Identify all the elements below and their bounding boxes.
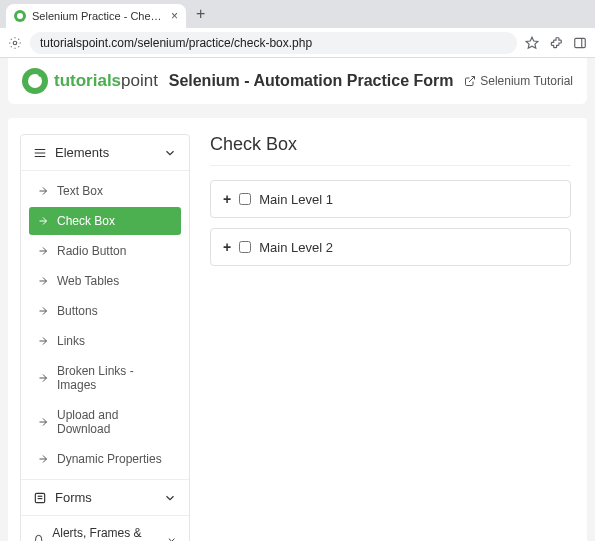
panel-icon[interactable] [573,36,587,50]
sidebar-item-label: Buttons [57,304,98,318]
checkbox-main-level-1[interactable] [239,193,251,205]
chevron-down-icon [163,146,177,160]
tutorial-link[interactable]: Selenium Tutorial [464,74,573,88]
sidebar-section-alerts[interactable]: Alerts, Frames & Windows [21,516,189,541]
tree-item-label: Main Level 2 [259,240,333,255]
checkbox-main-level-2[interactable] [239,241,251,253]
arrow-right-icon [37,245,49,257]
sidebar-item-dynamic-properties[interactable]: Dynamic Properties [29,445,181,473]
extensions-icon[interactable] [549,36,563,50]
sidebar-item-text-box[interactable]: Text Box [29,177,181,205]
sidebar-item-links[interactable]: Links [29,327,181,355]
arrow-right-icon [37,372,49,384]
site-info-icon[interactable] [8,36,22,50]
elements-menu: Text Box Check Box Radio Button Web Tabl… [21,171,189,479]
svg-point-0 [13,41,17,45]
menu-icon [33,146,47,160]
chevron-down-icon [163,491,177,505]
sidebar-item-web-tables[interactable]: Web Tables [29,267,181,295]
arrow-right-icon [37,335,49,347]
svg-rect-2 [575,38,586,47]
sidebar: Elements Text Box Check Box Radio Button… [20,134,190,541]
section-label: Elements [55,145,109,160]
svg-marker-1 [526,37,538,48]
sidebar-item-label: Broken Links - Images [57,364,173,392]
sidebar-item-label: Text Box [57,184,103,198]
main-panel: Check Box + Main Level 1 + Main Level 2 [206,134,575,541]
sidebar-item-label: Radio Button [57,244,126,258]
bell-icon [33,533,44,541]
section-label: Forms [55,490,92,505]
browser-tab-strip: Selenium Practice - Check Bo × + [0,0,595,28]
url-text: tutorialspoint.com/selenium/practice/che… [40,36,312,50]
page-title: Check Box [210,134,571,166]
logo-icon [22,68,48,94]
address-bar: tutorialspoint.com/selenium/practice/che… [0,28,595,58]
sidebar-item-label: Dynamic Properties [57,452,162,466]
tree-item-label: Main Level 1 [259,192,333,207]
sidebar-item-broken-links[interactable]: Broken Links - Images [29,357,181,399]
page-header: tutorialspoint Selenium - Automation Pra… [8,58,587,104]
tutorial-link-label: Selenium Tutorial [480,74,573,88]
sidebar-item-label: Links [57,334,85,348]
arrow-right-icon [37,305,49,317]
sidebar-item-label: Web Tables [57,274,119,288]
sidebar-section-forms[interactable]: Forms [21,479,189,516]
sidebar-section-elements[interactable]: Elements [21,135,189,171]
arrow-right-icon [37,416,49,428]
content-area: Elements Text Box Check Box Radio Button… [8,118,587,541]
tab-title: Selenium Practice - Check Bo [32,10,165,22]
logo-text: tutorialspoint [54,71,158,91]
expand-icon[interactable]: + [223,239,231,255]
logo[interactable]: tutorialspoint [22,68,158,94]
sidebar-item-label: Check Box [57,214,115,228]
tree-item-main-level-1[interactable]: + Main Level 1 [210,180,571,218]
arrow-right-icon [37,215,49,227]
section-label: Alerts, Frames & Windows [52,526,165,541]
form-icon [33,491,47,505]
sidebar-item-check-box[interactable]: Check Box [29,207,181,235]
sidebar-item-label: Upload and Download [57,408,173,436]
sidebar-item-upload-download[interactable]: Upload and Download [29,401,181,443]
arrow-right-icon [37,185,49,197]
external-link-icon [464,75,476,87]
arrow-right-icon [37,275,49,287]
url-input[interactable]: tutorialspoint.com/selenium/practice/che… [30,32,517,54]
svg-line-4 [469,77,475,83]
favicon-icon [14,10,26,22]
browser-tab[interactable]: Selenium Practice - Check Bo × [6,4,186,28]
sidebar-item-radio-button[interactable]: Radio Button [29,237,181,265]
star-icon[interactable] [525,36,539,50]
page-heading: Selenium - Automation Practice Form [169,72,454,90]
tree-item-main-level-2[interactable]: + Main Level 2 [210,228,571,266]
sidebar-item-buttons[interactable]: Buttons [29,297,181,325]
arrow-right-icon [37,453,49,465]
new-tab-button[interactable]: + [190,5,211,23]
close-icon[interactable]: × [171,9,178,23]
expand-icon[interactable]: + [223,191,231,207]
chevron-down-icon [166,533,177,541]
